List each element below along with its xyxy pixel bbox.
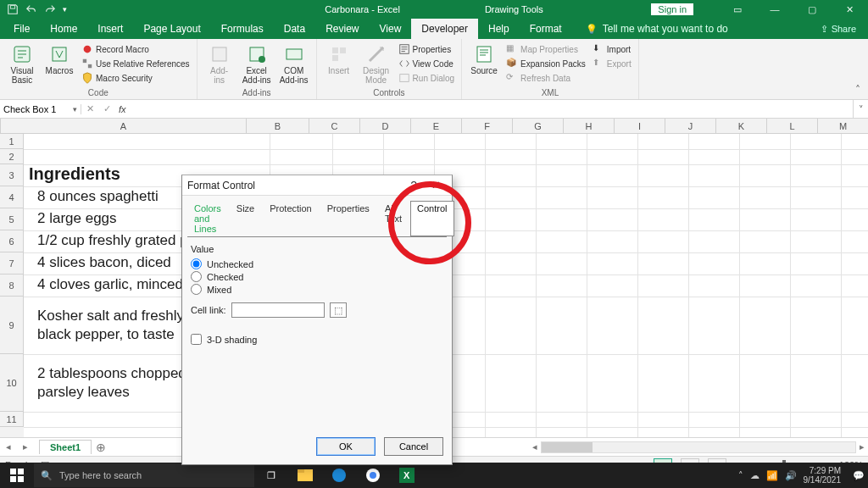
tell-me-box[interactable]: 💡	[586, 19, 772, 39]
tray-onedrive-icon[interactable]: ☁	[750, 470, 760, 481]
row-header[interactable]: 9	[0, 297, 24, 354]
column-header[interactable]: M	[818, 119, 868, 133]
checkbox-3d-shading[interactable]: 3-D shading	[191, 333, 443, 346]
column-header[interactable]: F	[462, 119, 513, 133]
row-header[interactable]: 2	[0, 149, 24, 164]
tray-chevron-icon[interactable]: ˄	[738, 470, 743, 481]
sheet-nav-next-icon[interactable]: ▸	[17, 441, 34, 452]
dlg-tab-protection[interactable]: Protection	[263, 201, 319, 236]
share-button[interactable]: ⇪ Share	[809, 19, 868, 39]
radio-unchecked[interactable]: Unchecked	[191, 258, 443, 270]
column-header[interactable]: E	[411, 119, 462, 133]
column-header[interactable]: L	[767, 119, 818, 133]
export-button[interactable]: ⬆Export	[591, 57, 633, 70]
name-box[interactable]: Check Box 1 ▾	[0, 104, 81, 114]
row-header[interactable]: 10	[0, 354, 24, 412]
chrome-icon[interactable]	[356, 463, 390, 488]
row-header[interactable]: 3	[0, 164, 24, 186]
refresh-data-button[interactable]: ⟳Refresh Data	[504, 71, 587, 85]
cell-link-ref-button[interactable]: ⬚	[330, 302, 347, 318]
taskbar-search[interactable]: 🔍 Type here to search	[34, 463, 254, 487]
row-header[interactable]: 4	[0, 186, 24, 208]
column-header[interactable]: A	[1, 119, 247, 133]
cell-a5[interactable]: 2 large eggs	[34, 210, 117, 227]
tab-data[interactable]: Data	[274, 19, 315, 39]
tab-review[interactable]: Review	[315, 19, 369, 39]
dlg-tab-size[interactable]: Size	[230, 201, 261, 236]
ok-button[interactable]: OK	[316, 437, 376, 456]
design-mode-button[interactable]: Design Mode	[359, 41, 393, 85]
minimize-icon[interactable]: ―	[756, 0, 793, 19]
start-button[interactable]	[0, 469, 34, 482]
tab-insert[interactable]: Insert	[87, 19, 133, 39]
new-sheet-button[interactable]: ⊕	[92, 441, 110, 454]
save-icon[interactable]	[7, 3, 19, 15]
macro-security-button[interactable]: Macro Security	[80, 71, 192, 85]
column-header[interactable]: C	[309, 119, 360, 133]
com-addins-button[interactable]: COM Add-ins	[277, 41, 311, 85]
cancel-formula-icon[interactable]: ✕	[81, 103, 98, 114]
sheet-tab-active[interactable]: Sheet1	[39, 440, 92, 454]
import-button[interactable]: ⬇Import	[591, 42, 633, 56]
cell-a4[interactable]: 8 ounces spaghetti	[34, 188, 159, 205]
formula-input[interactable]	[131, 104, 853, 114]
scroll-thumb[interactable]	[542, 442, 593, 452]
undo-icon[interactable]	[25, 3, 37, 15]
radio-checked[interactable]: Checked	[191, 270, 443, 283]
qat-customize-icon[interactable]: ▾	[63, 5, 67, 14]
insert-control-button[interactable]: Insert	[322, 41, 356, 75]
expansion-packs-button[interactable]: 📦Expansion Packs	[504, 57, 587, 70]
name-box-dropdown-icon[interactable]: ▾	[73, 105, 77, 114]
tell-me-input[interactable]	[603, 23, 772, 35]
dlg-tab-colors[interactable]: Colors and Lines	[187, 201, 228, 236]
scroll-left-icon[interactable]: ◂	[529, 441, 541, 452]
task-view-icon[interactable]: ❐	[254, 463, 288, 488]
sheet-nav-prev-icon[interactable]: ◂	[0, 441, 17, 452]
excel-icon[interactable]: X	[390, 463, 424, 488]
column-header[interactable]: G	[513, 119, 564, 133]
row-header[interactable]: 8	[0, 274, 24, 297]
horizontal-scrollbar[interactable]: ◂ ▸	[529, 441, 868, 453]
edge-icon[interactable]	[322, 463, 356, 488]
row-header[interactable]: 1	[0, 134, 24, 149]
cell-link-input[interactable]	[231, 302, 325, 318]
column-header[interactable]: K	[716, 119, 767, 133]
row-header[interactable]: 11	[0, 412, 24, 427]
notifications-icon[interactable]: 💬	[853, 470, 865, 481]
tab-file[interactable]: File	[3, 19, 40, 39]
fx-icon[interactable]: fx	[119, 104, 126, 114]
sign-in-button[interactable]: Sign in	[651, 3, 693, 15]
visual-basic-button[interactable]: Visual Basic	[5, 41, 39, 85]
row-header[interactable]: 6	[0, 230, 24, 252]
cell-a8[interactable]: 4 cloves garlic, minced	[34, 276, 183, 293]
taskbar-clock[interactable]: 7:29 PM 9/14/2021	[804, 466, 847, 485]
collapse-ribbon-icon[interactable]: ˄	[848, 39, 868, 99]
tray-network-icon[interactable]: 📶	[766, 470, 778, 481]
column-header[interactable]: I	[615, 119, 665, 133]
file-explorer-icon[interactable]	[288, 463, 322, 488]
tab-page-layout[interactable]: Page Layout	[133, 19, 210, 39]
macros-button[interactable]: Macros	[42, 41, 76, 75]
addins-button[interactable]: Add- ins	[203, 41, 236, 85]
cell-a7[interactable]: 4 slices bacon, diced	[34, 254, 171, 271]
scroll-right-icon[interactable]: ▸	[856, 441, 868, 452]
excel-addins-button[interactable]: Excel Add-ins	[240, 41, 274, 85]
enter-formula-icon[interactable]: ✓	[98, 103, 115, 114]
tray-volume-icon[interactable]: 🔊	[785, 470, 797, 481]
column-header[interactable]: B	[247, 119, 309, 133]
source-button[interactable]: Source	[467, 41, 501, 75]
run-dialog-button[interactable]: Run Dialog	[397, 71, 456, 85]
column-header[interactable]: J	[665, 119, 716, 133]
tab-home[interactable]: Home	[40, 19, 87, 39]
column-header[interactable]: H	[564, 119, 615, 133]
expand-formula-bar-icon[interactable]: ˅	[853, 100, 868, 118]
redo-icon[interactable]	[44, 3, 56, 15]
close-icon[interactable]: ✕	[831, 0, 868, 19]
radio-mixed[interactable]: Mixed	[191, 283, 443, 296]
row-header[interactable]: 7	[0, 252, 24, 274]
tab-formulas[interactable]: Formulas	[211, 19, 274, 39]
tab-help[interactable]: Help	[478, 19, 520, 39]
maximize-icon[interactable]: ▢	[793, 0, 831, 19]
tab-developer[interactable]: Developer	[411, 19, 478, 39]
tab-view[interactable]: View	[370, 19, 412, 39]
